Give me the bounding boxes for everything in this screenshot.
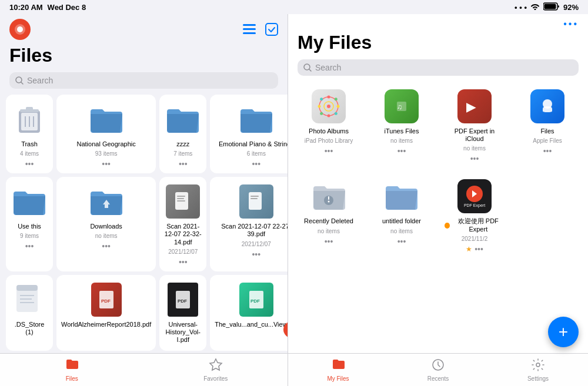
tab-settings[interactable]: Settings <box>488 358 588 382</box>
tab-myfiles[interactable]: My Files <box>288 358 388 382</box>
list-item[interactable]: .DS_Store (1) <box>6 275 53 351</box>
file-item-meta: 6 items <box>247 150 266 157</box>
file-item-dots[interactable]: ••• <box>325 146 333 156</box>
time: 10:20 AM <box>9 3 43 12</box>
svg-rect-17 <box>26 107 33 110</box>
myfiles-tab-icon <box>331 358 345 374</box>
file-item-dots[interactable]: ••• <box>470 154 479 163</box>
recents-tab-label: Recents <box>427 375 449 382</box>
file-item-dots[interactable]: ••• <box>25 241 34 251</box>
file-item-name: .DS_Store (1) <box>11 321 48 336</box>
file-item-dots[interactable]: ••• <box>397 146 406 156</box>
scan2-icon <box>238 183 275 220</box>
right-tabbar: My Files Recents Settings <box>288 353 588 386</box>
itunes-folder-icon: ♫ <box>383 88 420 125</box>
svg-rect-6 <box>243 28 256 30</box>
file-item-dots[interactable]: ••• <box>252 159 260 169</box>
file-item-dots[interactable]: ••• <box>179 257 188 267</box>
file-item-dots[interactable]: ••• <box>25 159 34 169</box>
left-search-placeholder: Search <box>27 76 53 85</box>
dsstore-icon <box>11 281 48 318</box>
right-search-bar[interactable]: Search <box>298 59 579 76</box>
file-item-dots[interactable]: ••• <box>325 237 333 246</box>
svg-point-55 <box>328 201 330 203</box>
favorites-tab-label: Favorites <box>203 375 228 382</box>
file-item-meta: Apple Files <box>533 137 562 144</box>
right-more-icon[interactable]: ••• <box>563 19 579 29</box>
list-item[interactable]: Scan 2021-12-07 22-27-39.pdf 2021/12/07 … <box>210 177 288 271</box>
list-item[interactable]: Downloads no items ••• <box>56 177 156 271</box>
list-item[interactable]: Scan 2021-12-07 22-32-14.pdf 2021/12/07 … <box>159 177 206 271</box>
list-item[interactable]: ♫ iTunes Files no items ••• <box>367 82 436 168</box>
file-item-dots[interactable]: ••• <box>397 237 406 246</box>
list-item[interactable]: Trash 4 items ••• <box>6 95 53 173</box>
svg-line-10 <box>21 82 23 84</box>
file-item-dots[interactable]: ••• <box>252 250 260 259</box>
file-item-meta: 4 items <box>20 150 39 157</box>
file-item-meta: 7 items <box>173 150 192 157</box>
left-panel: Files Search <box>0 14 288 386</box>
left-header <box>0 14 288 45</box>
date: Wed Dec 8 <box>48 3 86 12</box>
list-item[interactable]: PDF Expert 欢迎使用 PDF Expert 2021/11/2 ★ •… <box>440 172 509 258</box>
file-item-meta: 2021/11/2 <box>462 236 488 242</box>
file-item-dots[interactable]: ••• <box>475 244 483 254</box>
downloads-folder-icon <box>88 183 125 220</box>
tab-favorites[interactable]: Favorites <box>144 358 288 382</box>
battery-icon <box>543 2 560 12</box>
right-panel-wrapper: ••• My Files Search <box>288 14 588 386</box>
select-icon[interactable] <box>265 23 278 39</box>
file-item-dots[interactable]: ••• <box>543 146 552 156</box>
list-item[interactable]: ▶ PDF Expert in iCloud no items ••• <box>440 82 509 168</box>
untitled-folder-icon <box>383 177 420 215</box>
list-item[interactable]: PDF WorldAlzheimerReport2018.pdf <box>56 275 156 351</box>
svg-point-45 <box>337 105 340 108</box>
list-item[interactable]: Photo Albums iPad Photo Library ••• <box>294 82 363 168</box>
add-button[interactable]: + <box>548 317 579 347</box>
svg-point-57 <box>536 363 540 367</box>
list-item[interactable]: zzzz 7 items ••• <box>159 95 206 173</box>
file-item-name: WorldAlzheimerReport2018.pdf <box>61 321 151 328</box>
list-item[interactable]: PDF Universal-History_Vol-I.pdf <box>159 275 206 351</box>
file-item-name: Trash <box>21 140 38 148</box>
pdf-expert-welcome-icon: PDF Expert <box>456 177 493 215</box>
svg-point-46 <box>320 98 323 100</box>
svg-rect-27 <box>16 285 38 291</box>
recently-deleted-icon <box>310 177 348 215</box>
scan1-icon <box>164 183 202 220</box>
svg-text:▶: ▶ <box>466 100 476 113</box>
list-item[interactable]: Emotional Piano & Strings 6 items ••• <box>210 95 288 173</box>
file-item-name: The_valu...and_cu...View.pdf <box>215 321 288 328</box>
file-item-name: Universal-History_Vol-I.pdf <box>164 321 202 344</box>
app-logo <box>9 19 31 42</box>
list-item[interactable]: Recently Deleted no items ••• <box>294 172 363 258</box>
file-item-meta: no items <box>95 233 118 239</box>
file-item-dots[interactable]: ••• <box>179 159 188 169</box>
svg-point-48 <box>335 98 338 100</box>
list-item[interactable]: Files Apple Files ••• <box>513 82 582 168</box>
usethis-folder-icon <box>11 183 48 220</box>
universal-pdf-icon: PDF <box>164 281 202 318</box>
svg-point-44 <box>318 105 321 108</box>
left-search-bar[interactable]: Search <box>9 72 278 89</box>
svg-text:PDF: PDF <box>101 298 111 304</box>
status-left: 10:20 AM Wed Dec 8 <box>9 3 86 12</box>
settings-tab-label: Settings <box>527 375 549 382</box>
file-item-dots[interactable]: ••• <box>102 241 111 251</box>
svg-text:PDF: PDF <box>250 298 260 304</box>
list-item[interactable]: PDF + The_valu...and_cu...View.pdf <box>210 275 288 351</box>
file-item-name: 欢迎使用 PDF Expert <box>445 217 505 233</box>
file-item-name: Files <box>540 127 554 135</box>
file-item-name: Use this <box>18 223 41 230</box>
svg-point-41 <box>327 105 330 108</box>
file-item-dots[interactable]: ••• <box>102 159 111 169</box>
svg-text:PDF: PDF <box>178 298 187 304</box>
list-item[interactable]: Use this 9 items ••• <box>6 177 53 271</box>
tab-recents[interactable]: Recents <box>388 358 488 382</box>
list-item[interactable]: National Geographic 93 items ••• <box>56 95 156 173</box>
files-tab-label: Files <box>66 375 78 382</box>
tab-files[interactable]: Files <box>0 358 144 382</box>
list-view-icon[interactable] <box>243 24 256 38</box>
list-item[interactable]: untitled folder no items ••• <box>367 172 436 258</box>
svg-point-49 <box>320 112 323 115</box>
